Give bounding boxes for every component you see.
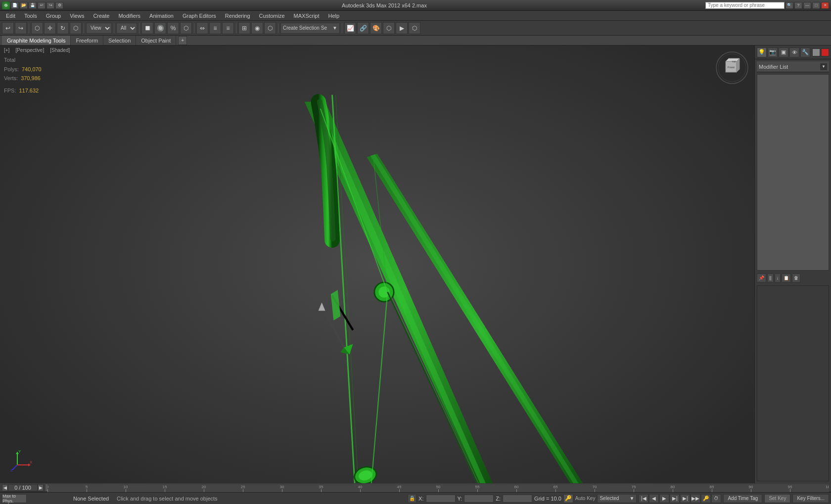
timeline-next-btn[interactable]: ▶: [38, 484, 44, 491]
minimize-button[interactable]: —: [803, 2, 811, 9]
auto-key-label: Auto Key: [575, 496, 596, 501]
maximize-button[interactable]: □: [812, 2, 820, 9]
title-open-btn[interactable]: 📂: [20, 2, 28, 9]
ms-pin-btn[interactable]: 📌: [757, 274, 766, 282]
render-button[interactable]: ◉: [251, 22, 263, 34]
title-help-btn[interactable]: ?: [794, 2, 802, 9]
gt-tab-object-paint[interactable]: Object Paint: [136, 36, 176, 45]
ms-copy-btn[interactable]: 📋: [782, 274, 791, 282]
active-shade-button[interactable]: ⬡: [409, 22, 420, 34]
frame-step-btn[interactable]: ▶▶: [691, 494, 700, 503]
quick-render-button[interactable]: ▶: [396, 22, 408, 34]
ms-move-down-btn[interactable]: ↓: [775, 274, 781, 282]
reference-coord-dropdown[interactable]: View: [86, 23, 112, 34]
add-time-tag-btn[interactable]: Add Time Tag: [723, 494, 762, 503]
key-filters-btn[interactable]: Key Filters...: [792, 494, 829, 503]
vp-shaded-label[interactable]: [Shaded]: [48, 47, 72, 53]
navigation-gizmo[interactable]: Front Top: [715, 50, 749, 85]
menu-item-animation[interactable]: Animation: [145, 12, 178, 20]
rp-light-icon[interactable]: 💡: [757, 47, 767, 57]
select-button[interactable]: ⬡: [31, 22, 43, 34]
close-button[interactable]: ✕: [821, 2, 829, 9]
ms-toggle-btn[interactable]: ||: [767, 274, 774, 282]
spinner-snap-button[interactable]: ⬡: [180, 22, 192, 34]
title-save-btn[interactable]: 💾: [29, 2, 37, 9]
scale-button[interactable]: ⬡: [70, 22, 82, 34]
key-mode-btn[interactable]: 🔑: [701, 494, 711, 503]
timeline-track[interactable]: 0510152025303540455055606570758085909510…: [46, 484, 827, 491]
ms-delete-btn[interactable]: 🗑: [792, 274, 800, 282]
redo-button[interactable]: ↪: [15, 22, 27, 34]
title-new-btn[interactable]: 📄: [11, 2, 19, 9]
select-move-button[interactable]: ✛: [44, 22, 56, 34]
menu-item-help[interactable]: Help: [324, 12, 344, 20]
timeline-counter[interactable]: 0 / 100: [8, 484, 38, 491]
render-scene-button[interactable]: ⬡: [383, 22, 395, 34]
modifier-list-header: Modifier List ▼: [757, 61, 829, 72]
verts-value: 370,986: [21, 74, 41, 83]
gt-tab-graphite[interactable]: Graphite Modeling Tools: [2, 36, 71, 45]
menu-item-tools[interactable]: Tools: [20, 12, 41, 20]
menu-item-group[interactable]: Group: [42, 12, 65, 20]
create-selection-dropdown[interactable]: Create Selection Se ▼: [280, 23, 340, 34]
menu-item-customize[interactable]: Customize: [255, 12, 289, 20]
angle-snap-button[interactable]: 🔘: [154, 22, 166, 34]
goto-end-btn[interactable]: ▶|: [680, 494, 690, 503]
percent-snap-button[interactable]: %: [167, 22, 179, 34]
timeline-prev-btn[interactable]: ◀: [2, 484, 8, 491]
layer-manager-button[interactable]: ≡: [222, 22, 234, 34]
selected-dropdown[interactable]: Selected ▼: [597, 494, 637, 503]
vp-plus-label[interactable]: [+]: [2, 47, 11, 53]
x-field[interactable]: [426, 495, 456, 503]
title-undo-btn[interactable]: ↩: [38, 2, 46, 9]
menu-item-edit[interactable]: Edit: [2, 12, 19, 20]
toolbar-sep-1: [29, 23, 29, 33]
auto-key-area: Auto Key Selected ▼: [575, 494, 637, 503]
menu-item-modifiers[interactable]: Modifiers: [114, 12, 144, 20]
menu-item-views[interactable]: Views: [66, 12, 88, 20]
menu-item-create[interactable]: Create: [89, 12, 113, 20]
rp-camera-icon[interactable]: 📷: [768, 47, 778, 57]
gt-add-tab-button[interactable]: +: [178, 36, 187, 45]
mirror-button[interactable]: ⇔: [196, 22, 208, 34]
align-button[interactable]: ≡: [209, 22, 221, 34]
snap-toggle-button[interactable]: 🔲: [141, 22, 153, 34]
z-field[interactable]: [503, 495, 532, 503]
gt-tab-selection[interactable]: Selection: [103, 36, 136, 45]
undo-button[interactable]: ↩: [2, 22, 14, 34]
key-icon-btn[interactable]: 🔑: [563, 494, 573, 503]
select-rotate-button[interactable]: ↻: [57, 22, 69, 34]
menu-item-rendering[interactable]: Rendering: [221, 12, 254, 20]
schematic-view-button[interactable]: 🔗: [357, 22, 369, 34]
selection-filter-dropdown[interactable]: All: [116, 23, 137, 34]
title-settings-btn[interactable]: ⚙: [55, 2, 63, 9]
rp-geo-icon[interactable]: ▣: [779, 47, 788, 57]
modifier-stack[interactable]: [757, 74, 829, 271]
rp-util-icon[interactable]: 🔧: [800, 47, 810, 57]
material-editor-button[interactable]: ⬡: [264, 22, 276, 34]
goto-start-btn[interactable]: |◀: [639, 494, 648, 503]
title-redo-btn[interactable]: ↪: [46, 2, 54, 9]
material-map-browser-button[interactable]: 🎨: [370, 22, 382, 34]
rp-display-icon[interactable]: 👁: [789, 47, 799, 57]
rp-color-swatch[interactable]: [812, 48, 820, 56]
next-frame-btn[interactable]: ▶|: [670, 494, 680, 503]
viewport-layout-button[interactable]: ⊞: [238, 22, 250, 34]
search-input[interactable]: [705, 2, 785, 9]
time-config-btn[interactable]: ⏱: [711, 494, 721, 503]
menu-item-maxscript[interactable]: MAXScript: [290, 12, 323, 20]
max-to-phys-btn[interactable]: Max to Phys.: [2, 494, 27, 503]
title-bar-center: Autodesk 3ds Max 2012 x64 2.max: [63, 2, 705, 8]
lock-button[interactable]: 🔒: [408, 494, 416, 503]
modifier-list-dropdown-btn[interactable]: ▼: [820, 63, 827, 70]
play-btn[interactable]: ▶: [659, 494, 669, 503]
y-field[interactable]: [464, 495, 494, 503]
menu-item-graph-editors[interactable]: Graph Editors: [179, 12, 220, 20]
rp-color-red[interactable]: [821, 48, 829, 56]
vp-perspective-label[interactable]: [Perspective]: [13, 47, 46, 53]
search-icon[interactable]: 🔍: [785, 2, 793, 9]
gt-tab-freeform[interactable]: Freeform: [71, 36, 103, 45]
prev-frame-btn[interactable]: ◀: [649, 494, 659, 503]
viewport[interactable]: [+] [Perspective] [Shaded] Total Polys: …: [0, 46, 754, 483]
curve-editor-button[interactable]: 📈: [344, 22, 356, 34]
